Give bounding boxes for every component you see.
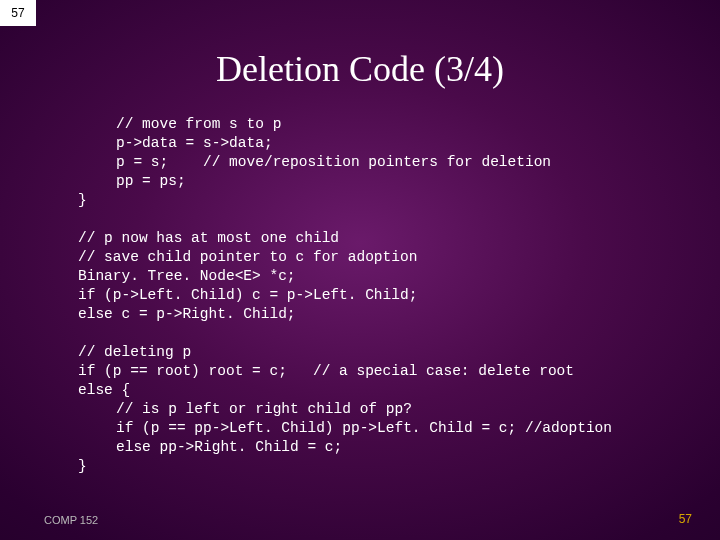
code-line: Binary. Tree. Node<E> *c; [78, 268, 296, 284]
code-line: p = s; // move/reposition pointers for d… [78, 154, 551, 170]
footer-course: COMP 152 [44, 514, 98, 526]
code-line: // save child pointer to c for adoption [78, 249, 417, 265]
slide-title: Deletion Code (3/4) [0, 48, 720, 90]
slide-number-top: 57 [0, 0, 36, 26]
code-line: p->data = s->data; [78, 135, 273, 151]
code-line: if (p->Left. Child) c = p->Left. Child; [78, 287, 417, 303]
code-line: } [78, 192, 87, 208]
code-line: // p now has at most one child [78, 230, 339, 246]
code-line: if (p == pp->Left. Child) pp->Left. Chil… [78, 420, 612, 436]
code-line: else c = p->Right. Child; [78, 306, 296, 322]
code-line: // move from s to p [78, 116, 281, 132]
code-line: else { [78, 382, 130, 398]
footer-page-number: 57 [679, 512, 692, 526]
code-line: pp = ps; [78, 173, 186, 189]
code-line: // deleting p [78, 344, 191, 360]
slide-number-top-text: 57 [11, 6, 24, 20]
code-line: } [78, 458, 87, 474]
code-line: // is p left or right child of pp? [78, 401, 412, 417]
code-block: // move from s to p p->data = s->data; p… [78, 96, 690, 476]
code-line: else pp->Right. Child = c; [78, 439, 342, 455]
code-line: if (p == root) root = c; // a special ca… [78, 363, 574, 379]
